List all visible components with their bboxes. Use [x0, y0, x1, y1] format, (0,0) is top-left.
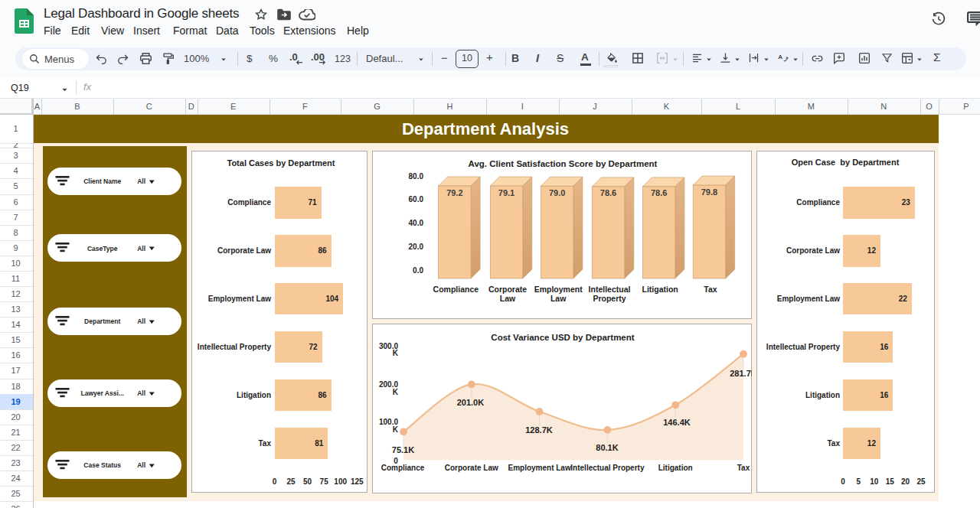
- svg-text:20.0: 20.0: [409, 243, 424, 251]
- svg-text:K: K: [393, 425, 399, 434]
- svg-text:Law: Law: [550, 294, 567, 303]
- svg-text:75.1K: 75.1K: [392, 445, 414, 454]
- svg-text:78.6: 78.6: [600, 188, 616, 197]
- svg-text:281.7K: 281.7K: [730, 369, 752, 378]
- svg-text:60.0: 60.0: [409, 195, 424, 204]
- svg-text:Law: Law: [500, 294, 516, 303]
- svg-text:80.1K: 80.1K: [596, 443, 618, 452]
- svg-text:K: K: [393, 349, 399, 357]
- svg-text:Tax: Tax: [704, 285, 717, 294]
- svg-text:Tax: Tax: [737, 464, 750, 472]
- svg-text:79.1: 79.1: [498, 188, 514, 197]
- svg-text:A: A: [778, 54, 782, 60]
- svg-text:128.7K: 128.7K: [525, 425, 553, 435]
- svg-text:201.0K: 201.0K: [457, 398, 485, 407]
- svg-text:Corporate Law: Corporate Law: [445, 464, 498, 472]
- svg-text:Litigation: Litigation: [658, 464, 693, 472]
- svg-text:80.0: 80.0: [409, 172, 424, 181]
- svg-text:Intellectual Property: Intellectual Property: [570, 464, 645, 472]
- svg-text:79.2: 79.2: [446, 188, 462, 197]
- svg-text:146.4K: 146.4K: [663, 418, 691, 427]
- svg-text:Corporate: Corporate: [488, 285, 527, 294]
- svg-text:Property: Property: [593, 294, 626, 303]
- svg-text:Compliance: Compliance: [433, 285, 479, 294]
- svg-text:Avg. Client Satisfaction Score: Avg. Client Satisfaction Score by Depart…: [469, 159, 658, 168]
- svg-text:79.8: 79.8: [701, 187, 717, 197]
- svg-text:Employment: Employment: [534, 285, 583, 294]
- svg-text:Cost Variance USD by Departmen: Cost Variance USD by Department: [491, 333, 634, 342]
- svg-text:Intellectual: Intellectual: [589, 285, 631, 294]
- svg-text:K: K: [393, 388, 399, 396]
- svg-text:Litigation: Litigation: [642, 285, 678, 294]
- svg-text:78.6: 78.6: [651, 188, 667, 197]
- svg-text:40.0: 40.0: [409, 219, 424, 227]
- svg-text:0.0: 0.0: [413, 266, 423, 275]
- svg-text:79.0: 79.0: [549, 188, 565, 197]
- svg-text:Employment Law: Employment Law: [508, 464, 570, 472]
- svg-text:Compliance: Compliance: [381, 464, 425, 472]
